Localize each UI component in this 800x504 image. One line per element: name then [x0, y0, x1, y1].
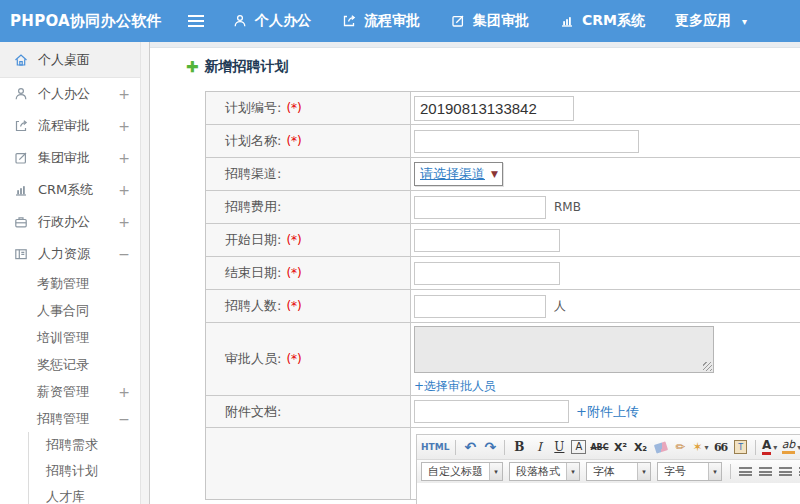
- format-brush-button[interactable]: ✏: [673, 438, 689, 456]
- form-row-headcount: 招聘人数: (*) 人: [206, 290, 800, 323]
- font-size-value: 字号: [658, 463, 708, 480]
- plan-name-input[interactable]: [414, 130, 639, 153]
- sidebar-item-attendance[interactable]: 考勤管理: [0, 270, 149, 297]
- field-label: 计划名称:: [225, 132, 281, 150]
- source-code-button[interactable]: HTML: [421, 438, 449, 456]
- top-menu-personal-office[interactable]: 个人办公: [232, 12, 311, 30]
- top-menu-group-approval[interactable]: 集团审批: [450, 12, 529, 30]
- sidebar-item-personal-office[interactable]: 个人办公 +: [0, 78, 149, 110]
- collapse-icon[interactable]: −: [118, 411, 130, 427]
- top-menu: 个人办公 流程审批 集团审批 CRM系统 更多应用 ▾: [232, 12, 747, 30]
- user-icon: [232, 13, 248, 29]
- end-date-input[interactable]: [414, 262, 560, 285]
- paragraph-format-select[interactable]: 段落格式 ▾: [509, 462, 580, 481]
- sidebar-item-hr[interactable]: 人力资源 −: [0, 238, 149, 270]
- strikethrough-button[interactable]: ABC: [590, 438, 608, 456]
- auto-typeset-button[interactable]: ✶▾: [693, 438, 709, 456]
- add-plus-icon: ✚: [186, 58, 199, 76]
- sidebar-scrollbar[interactable]: [140, 42, 149, 504]
- blockquote-button[interactable]: 66: [713, 438, 729, 456]
- app-logo: PHPOA协同办公软件: [10, 12, 188, 31]
- expand-icon[interactable]: +: [118, 214, 130, 230]
- expand-icon[interactable]: +: [118, 86, 130, 102]
- field-label: 附件文档:: [225, 403, 281, 421]
- sidebar-item-desktop[interactable]: 个人桌面: [0, 42, 149, 78]
- field-value-cell: 人: [411, 290, 800, 322]
- briefcase-icon: [13, 214, 30, 230]
- expand-icon[interactable]: +: [118, 182, 130, 198]
- sidebar-item-crm[interactable]: CRM系统 +: [0, 174, 149, 206]
- rich-text-editor: HTML ↶ ↷ B I U A ABC X² X₂ ✏: [416, 434, 800, 504]
- field-value-cell: +附件上传: [411, 396, 800, 427]
- bold-button[interactable]: B: [511, 438, 527, 456]
- sidebar-item-recruit-demand[interactable]: 招聘需求: [29, 432, 149, 458]
- attachment-input[interactable]: [414, 400, 569, 423]
- sidebar-item-hr-contract[interactable]: 人事合同: [0, 297, 149, 324]
- paste-text-button[interactable]: T: [733, 438, 749, 456]
- font-family-value: 字体: [587, 463, 637, 480]
- plan-number-input[interactable]: [414, 96, 574, 121]
- font-family-select[interactable]: 字体 ▾: [586, 462, 651, 481]
- sidebar-item-rewards[interactable]: 奖惩记录: [0, 351, 149, 378]
- edit-icon: [13, 150, 30, 166]
- sidebar-item-training[interactable]: 培训管理: [0, 324, 149, 351]
- chevron-down-icon: ▾: [637, 463, 650, 480]
- sidebar-item-group-approval[interactable]: 集团审批 +: [0, 142, 149, 174]
- top-menu-more-apps[interactable]: 更多应用 ▾: [675, 12, 747, 30]
- upload-attachment-link[interactable]: +附件上传: [576, 403, 639, 421]
- align-left-button[interactable]: [737, 463, 753, 481]
- cost-input[interactable]: [414, 196, 546, 219]
- remove-format-button[interactable]: A: [571, 440, 586, 454]
- top-menu-label: CRM系统: [582, 12, 645, 30]
- expand-icon[interactable]: +: [118, 384, 130, 400]
- sidebar-item-label: 人事合同: [37, 302, 89, 320]
- undo-button[interactable]: ↶: [462, 438, 478, 456]
- custom-heading-select[interactable]: 自定义标题 ▾: [421, 462, 503, 481]
- sidebar-item-admin-office[interactable]: 行政办公 +: [0, 206, 149, 238]
- expand-icon[interactable]: +: [118, 118, 130, 134]
- form-row-channel: 招聘渠道: 请选择渠道 ▼: [206, 158, 800, 191]
- toolbar-separator: [504, 440, 505, 455]
- start-date-input[interactable]: [414, 229, 560, 252]
- approvers-textarea[interactable]: [414, 326, 714, 373]
- highlight-color-button[interactable]: ab▾: [782, 438, 800, 456]
- subscript-button[interactable]: X₂: [633, 438, 649, 456]
- top-navigation-bar: PHPOA协同办公软件 个人办公 流程审批 集团审批 CRM系统: [0, 0, 800, 42]
- expand-icon[interactable]: +: [118, 150, 130, 166]
- headcount-input[interactable]: [414, 295, 546, 318]
- field-label: 招聘人数:: [225, 297, 281, 315]
- hamburger-menu-icon[interactable]: [188, 15, 204, 27]
- sidebar: 个人桌面 个人办公 + 流程审批 + 集团审批 + CRM系统 + 行政办公 +: [0, 42, 150, 504]
- superscript-button[interactable]: X²: [613, 438, 629, 456]
- field-value-cell: [411, 125, 800, 157]
- chevron-down-icon: ▾: [708, 463, 721, 480]
- field-label-cell: 附件文档:: [206, 396, 411, 427]
- sidebar-item-recruit-plan[interactable]: 招聘计划: [29, 458, 149, 484]
- redo-button[interactable]: ↷: [482, 438, 498, 456]
- font-size-select[interactable]: 字号 ▾: [657, 462, 722, 481]
- align-left-icon: [739, 467, 752, 477]
- required-mark: (*): [286, 266, 301, 280]
- channel-select[interactable]: 请选择渠道 ▼: [414, 162, 503, 186]
- top-menu-workflow-approval[interactable]: 流程审批: [341, 12, 420, 30]
- bar-chart-icon: [559, 13, 575, 29]
- sidebar-item-talent-pool[interactable]: 人才库: [29, 484, 149, 504]
- sidebar-item-recruitment[interactable]: 招聘管理 −: [0, 405, 149, 432]
- underline-button[interactable]: U: [551, 438, 567, 456]
- top-menu-crm[interactable]: CRM系统: [559, 12, 645, 30]
- required-mark: (*): [286, 299, 301, 313]
- font-color-button[interactable]: A▾: [762, 438, 778, 456]
- chevron-down-icon: ▾: [566, 463, 579, 480]
- collapse-icon[interactable]: −: [118, 246, 130, 262]
- eraser-button[interactable]: [653, 438, 669, 456]
- field-value-cell: [411, 224, 800, 256]
- sidebar-item-salary[interactable]: 薪资管理 +: [0, 378, 149, 405]
- italic-button[interactable]: I: [531, 438, 547, 456]
- sidebar-item-workflow-approval[interactable]: 流程审批 +: [0, 110, 149, 142]
- align-center-button[interactable]: [757, 463, 773, 481]
- align-right-button[interactable]: [777, 463, 793, 481]
- toolbar-separator: [755, 440, 756, 455]
- editor-body[interactable]: [417, 483, 800, 504]
- field-label-cell: 招聘人数: (*): [206, 290, 411, 322]
- select-approvers-link[interactable]: +选择审批人员: [414, 378, 496, 395]
